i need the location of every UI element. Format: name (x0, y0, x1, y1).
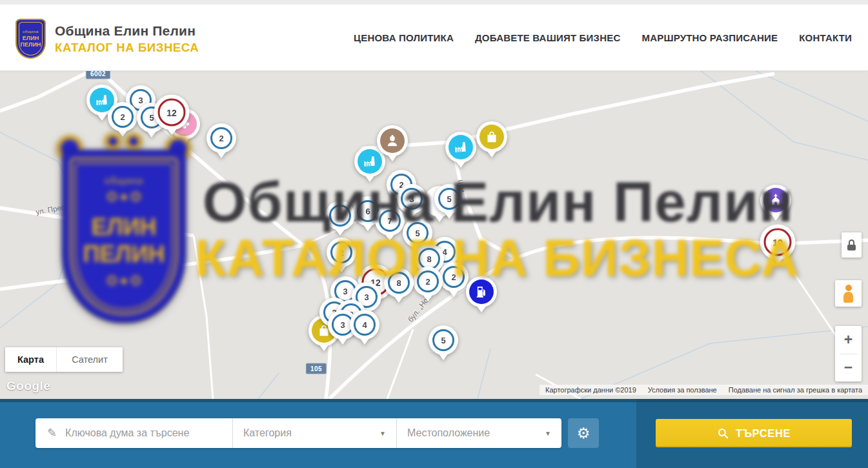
cluster-marker[interactable]: 12 (154, 95, 190, 130)
cluster-marker[interactable]: 5 (434, 184, 464, 214)
poi-marker-worker[interactable] (377, 125, 408, 156)
factory-icon (449, 135, 473, 159)
site-logo[interactable]: община ЕЛИН ПЕЛИН Община Елин Пелин КАТА… (15, 19, 199, 59)
keyword-field-wrap: ✎ (35, 418, 232, 448)
zoom-in-button[interactable]: + (835, 326, 862, 354)
site-subtitle: КАТАЛОГ НА БИЗНЕСА (55, 41, 199, 55)
cluster-count: 2 (112, 106, 134, 128)
search-icon (717, 427, 729, 440)
keyword-input[interactable] (65, 427, 220, 439)
cluster-marker[interactable]: 3 (397, 184, 427, 214)
map-type-satellite-button[interactable]: Сателит (57, 347, 123, 372)
location-select-value: Местоположение (407, 427, 490, 439)
poi-marker-bag[interactable] (476, 121, 507, 152)
cluster-marker[interactable]: 2 (439, 262, 469, 292)
fullscreen-lock-button[interactable] (842, 232, 862, 258)
cluster-count: 7 (379, 210, 401, 232)
advanced-search-gear-button[interactable]: ⚙ (568, 418, 599, 448)
poi-marker-fuel[interactable] (466, 276, 497, 307)
google-logo[interactable]: Google (6, 379, 50, 393)
cluster-count: 4 (354, 314, 376, 336)
pegman-icon (845, 285, 852, 291)
crest-name-line2: ПЕЛИН (21, 41, 41, 48)
cluster-marker[interactable]: 2 (207, 123, 236, 153)
road-number-badge: 6002 (86, 71, 110, 79)
site-header: община ЕЛИН ПЕЛИН Община Елин Пелин КАТА… (0, 0, 868, 71)
cluster-count: 5 (432, 329, 454, 351)
bag-icon (479, 125, 504, 149)
fuel-icon (469, 280, 494, 304)
attribution-link[interactable]: Подаване на сигнал за грешка в картата (723, 385, 868, 394)
cluster-marker[interactable]: 10 (760, 225, 796, 260)
chevron-down-icon: ▼ (545, 430, 551, 437)
map-type-control: Карта Сателит (5, 347, 123, 372)
site-title-block: Община Елин Пелин КАТАЛОГ НА БИЗНЕСА (55, 23, 199, 55)
search-button-label: ТЪРСЕНЕ (736, 427, 791, 440)
cluster-count: 5 (438, 188, 460, 210)
map-canvas[interactable]: 6002105ул. Преславбул. „Новоселции 32512… (0, 71, 868, 399)
category-select[interactable]: Категория ▼ (233, 418, 396, 448)
search-bar: ✎ Категория ▼ Местоположение ▼ ⚙ ТЪРСЕНЕ (0, 399, 868, 468)
nav-item-add-business[interactable]: ДОБАВЕТЕ ВАШИЯТ БИЗНЕС (475, 32, 620, 43)
category-select-value: Категория (243, 427, 292, 439)
pencil-icon: ✎ (47, 426, 57, 440)
cluster-marker[interactable]: 5 (429, 325, 458, 355)
cluster-count: 2 (210, 127, 232, 149)
location-select[interactable]: Местоположение ▼ (397, 418, 561, 448)
poi-marker-factory[interactable] (445, 132, 476, 163)
cluster-count: 5 (407, 222, 429, 244)
cluster-marker[interactable]: 4 (325, 201, 355, 230)
cluster-marker[interactable]: 7 (375, 206, 405, 236)
nav-item-route-schedule[interactable]: МАРШРУТНО РАЗПИСАНИЕ (641, 32, 778, 43)
cluster-count: 2 (417, 270, 439, 292)
crest-name-line1: ЕЛИН (23, 35, 39, 41)
page: община ЕЛИН ПЕЛИН Община Елин Пелин КАТА… (0, 0, 868, 468)
cluster-count: 2 (443, 266, 465, 288)
map-zoom-control: + − (835, 326, 862, 382)
map-type-map-button[interactable]: Карта (5, 347, 57, 372)
street-view-pegman-button[interactable] (835, 280, 862, 307)
cluster-marker[interactable]: 2 (108, 102, 137, 132)
main-nav: ЦЕНОВА ПОЛИТИКАДОБАВЕТЕ ВАШИЯТ БИЗНЕСМАР… (354, 5, 852, 70)
cluster-count: 2 (330, 241, 352, 263)
factory-icon (358, 149, 382, 174)
search-form: ✎ Категория ▼ Местоположение ▼ (35, 418, 561, 448)
attribution-link[interactable]: Условия за ползване (642, 385, 723, 394)
lock-icon (849, 239, 854, 245)
cluster-count: 12 (158, 99, 186, 127)
zoom-out-button[interactable]: − (835, 354, 862, 382)
nav-item-pricing[interactable]: ЦЕНОВА ПОЛИТИКА (354, 32, 454, 43)
poi-marker-church[interactable] (760, 185, 791, 216)
cluster-count: 8 (388, 272, 410, 294)
crest-top-text: община (23, 30, 39, 34)
cluster-count: 4 (329, 205, 351, 227)
church-icon (763, 188, 788, 212)
cluster-marker[interactable]: 4 (350, 310, 379, 340)
nav-item-contacts[interactable]: КОНТАКТИ (799, 32, 852, 43)
cluster-marker[interactable]: 2 (413, 267, 443, 296)
worker-icon (380, 128, 405, 153)
map-attribution: Картографски данни ©2019Условия за ползв… (540, 385, 868, 395)
cluster-marker[interactable]: 8 (384, 268, 414, 298)
cluster-marker[interactable]: 2 (327, 238, 356, 267)
road-number-badge: 105 (306, 363, 327, 374)
site-title: Община Елин Пелин (55, 23, 199, 39)
search-submit-button[interactable]: ТЪРСЕНЕ (656, 419, 852, 447)
chevron-down-icon: ▼ (379, 430, 386, 437)
cluster-count: 3 (401, 188, 423, 210)
municipality-crest-icon: община ЕЛИН ПЕЛИН (15, 19, 46, 59)
cluster-count: 10 (764, 229, 792, 256)
gear-icon: ⚙ (577, 425, 590, 442)
attribution-copyright: Картографски данни ©2019 (540, 385, 642, 394)
